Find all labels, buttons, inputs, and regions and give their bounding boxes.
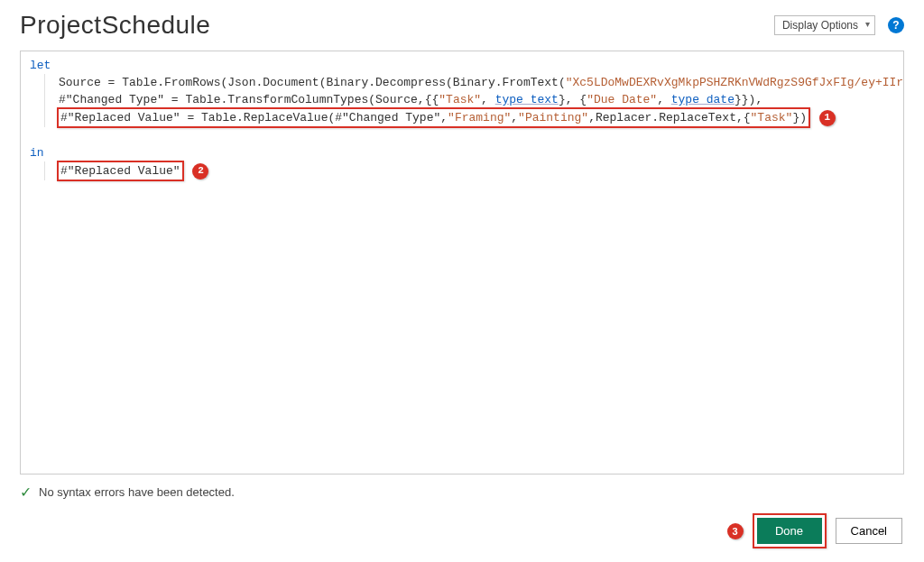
cancel-button[interactable]: Cancel	[836, 518, 902, 544]
footer-buttons: 3 Done Cancel	[20, 513, 904, 548]
code-line-replaced-value: #"Replaced Value" = Table.ReplaceValue(#…	[21, 108, 903, 127]
annotation-box-3: Done	[753, 513, 827, 548]
done-button[interactable]: Done	[757, 518, 822, 544]
code-line-result: #"Replaced Value" 2	[21, 161, 903, 180]
page-title: ProjectSchedule	[20, 11, 210, 40]
check-icon: ✓	[20, 484, 32, 501]
display-options-dropdown[interactable]: Display Options	[774, 15, 875, 35]
keyword-in: in	[30, 146, 44, 160]
code-line-source: Source = Table.FromRows(Json.Document(Bi…	[21, 74, 903, 91]
annotation-box-2: #"Replaced Value"	[57, 161, 184, 181]
help-icon[interactable]: ?	[888, 17, 904, 33]
status-text: No syntax errors have been detected.	[39, 485, 235, 499]
callout-2: 2	[192, 163, 208, 180]
code-editor[interactable]: let Source = Table.FromRows(Json.Documen…	[20, 51, 904, 474]
callout-1: 1	[819, 110, 836, 126]
keyword-let: let	[30, 59, 51, 72]
code-line-changed-type: #"Changed Type" = Table.TransformColumnT…	[21, 91, 903, 108]
header-bar: ProjectSchedule Display Options ?	[20, 11, 904, 40]
status-bar: ✓ No syntax errors have been detected.	[20, 484, 904, 501]
annotation-box-1: #"Replaced Value" = Table.ReplaceValue(#…	[57, 107, 810, 128]
callout-3: 3	[727, 523, 744, 539]
